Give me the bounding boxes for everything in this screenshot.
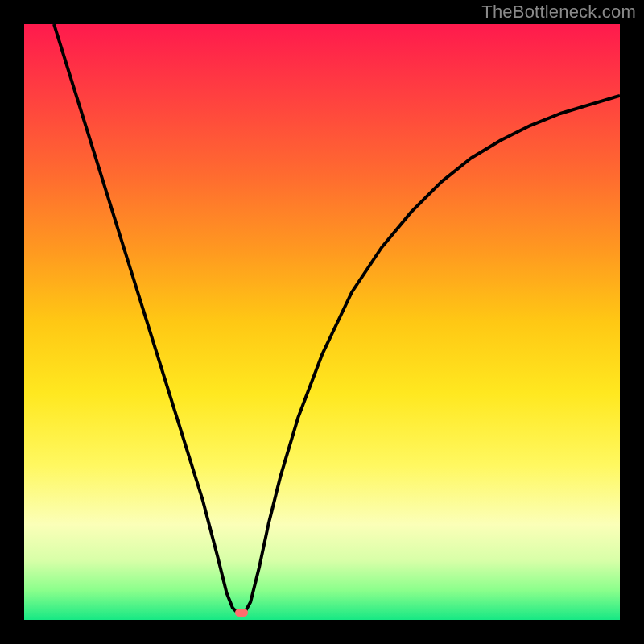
bottleneck-curve-plot — [24, 24, 620, 620]
watermark-text: TheBottleneck.com — [481, 2, 636, 23]
optimal-point-marker — [235, 609, 248, 617]
chart-frame: TheBottleneck.com — [0, 0, 644, 644]
